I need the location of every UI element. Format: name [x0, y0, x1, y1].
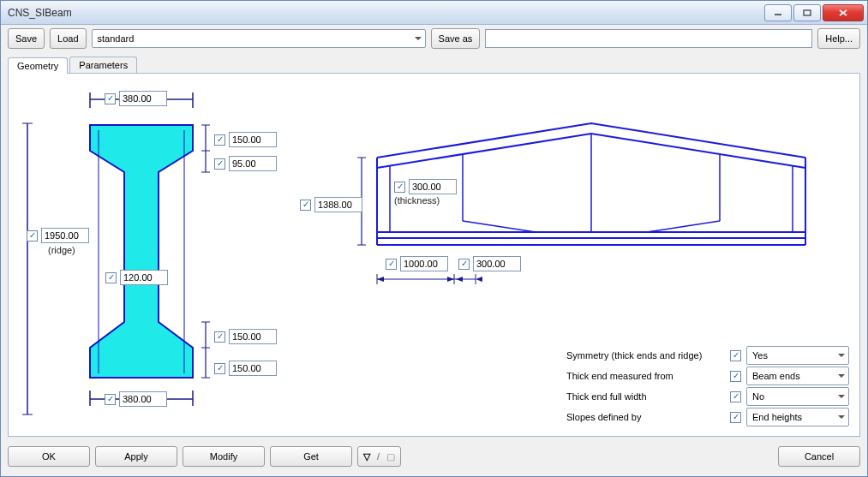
tab-panel-geometry: (ridge)	[8, 73, 860, 437]
height-dim-line	[19, 115, 36, 423]
svg-line-30	[463, 221, 536, 232]
input-span2[interactable]	[473, 256, 521, 271]
minimize-button[interactable]	[764, 4, 792, 21]
app-window: CNS_SIBeam Save Load standard Save as He…	[0, 0, 868, 477]
dim-top-width	[105, 91, 167, 106]
label-thickness: (thickness)	[394, 195, 440, 206]
input-elev-height[interactable]	[314, 197, 362, 212]
dim-span1	[386, 256, 448, 271]
input-top-width[interactable]	[119, 91, 167, 106]
chk-thickness[interactable]	[394, 182, 405, 193]
chk-bottom-width[interactable]	[105, 394, 116, 405]
label-symmetry: Symmetry (thick ends and ridge)	[566, 350, 730, 361]
chk-total-height[interactable]	[27, 230, 38, 241]
combo-symmetry[interactable]: Yes	[746, 346, 849, 365]
opt-thick-from: Thick end measured from Beam ends	[566, 366, 849, 386]
bottom-bar: OK Apply Modify Get ▽ / ▢ Cancel	[1, 437, 867, 476]
chk-top-flange-1[interactable]	[214, 134, 225, 146]
chk-top-flange-2[interactable]	[214, 158, 225, 170]
window-controls	[763, 4, 864, 21]
dim-bot-flange-1	[214, 329, 277, 344]
toolbar: Save Load standard Save as Help...	[1, 25, 867, 52]
preset-combo[interactable]: standard	[92, 29, 426, 48]
chk-symmetry[interactable]	[730, 350, 741, 361]
dim-top-flange-2	[214, 156, 277, 171]
save-as-button[interactable]: Save as	[431, 28, 481, 49]
save-button[interactable]: Save	[8, 28, 45, 49]
dim-web-width	[105, 270, 168, 285]
dim-thickness	[394, 179, 457, 194]
toggle-filter[interactable]: ▽ / ▢	[357, 446, 401, 467]
cancel-button[interactable]: Cancel	[778, 446, 860, 467]
dim-total-height	[27, 228, 89, 243]
chk-thick-full[interactable]	[730, 391, 741, 402]
combo-thick-from[interactable]: Beam ends	[746, 367, 849, 385]
input-span1[interactable]	[400, 256, 448, 271]
maximize-button[interactable]	[793, 4, 821, 21]
combo-thick-full[interactable]: No	[746, 387, 849, 406]
chk-web-width[interactable]	[105, 272, 117, 283]
input-thickness[interactable]	[409, 179, 457, 194]
chk-span2[interactable]	[458, 259, 470, 270]
opt-slopes: Slopes defined by End heights	[566, 407, 849, 427]
tab-container: Geometry Parameters	[8, 54, 860, 437]
elevation-diagram	[351, 108, 814, 331]
input-total-height[interactable]	[41, 228, 89, 243]
svg-marker-45	[476, 277, 482, 282]
tab-parameters[interactable]: Parameters	[69, 57, 137, 73]
chk-bot-flange-1[interactable]	[214, 331, 225, 343]
opt-symmetry: Symmetry (thick ends and ridge) Yes	[566, 345, 849, 366]
chk-span1[interactable]	[386, 259, 397, 270]
input-top-flange-2[interactable]	[229, 156, 277, 171]
help-button[interactable]: Help...	[817, 28, 860, 49]
titlebar: CNS_SIBeam	[1, 1, 867, 25]
chk-slopes[interactable]	[730, 412, 741, 423]
svg-marker-42	[377, 277, 384, 282]
close-button[interactable]	[823, 4, 864, 21]
dim-top-flange-1	[214, 132, 277, 147]
svg-rect-1	[804, 10, 811, 15]
dim-bot-flange-2	[214, 361, 277, 376]
load-button[interactable]: Load	[50, 28, 86, 49]
chk-top-width[interactable]	[105, 93, 116, 104]
combo-slopes[interactable]: End heights	[746, 408, 849, 426]
label-slopes: Slopes defined by	[566, 412, 730, 422]
svg-line-33	[647, 221, 720, 232]
label-thick-from: Thick end measured from	[566, 371, 730, 381]
input-web-width[interactable]	[120, 270, 168, 285]
opt-thick-full: Thick end full width No	[566, 386, 849, 407]
options-panel: Symmetry (thick ends and ridge) Yes Thic…	[566, 345, 849, 427]
svg-marker-43	[447, 277, 454, 282]
dim-elev-height	[300, 197, 362, 212]
tab-strip: Geometry Parameters	[8, 54, 860, 73]
label-thick-full: Thick end full width	[566, 391, 730, 402]
chk-bot-flange-2[interactable]	[214, 363, 225, 374]
input-top-flange-1[interactable]	[229, 132, 277, 147]
label-ridge: (ridge)	[48, 245, 75, 255]
input-bot-flange-2[interactable]	[229, 361, 277, 376]
dim-bottom-width	[105, 391, 167, 407]
get-button[interactable]: Get	[270, 446, 352, 467]
modify-button[interactable]: Modify	[183, 446, 265, 467]
window-title: CNS_SIBeam	[8, 7, 763, 19]
ok-button[interactable]: OK	[8, 446, 90, 467]
tab-geometry[interactable]: Geometry	[8, 57, 68, 74]
input-bottom-width[interactable]	[119, 391, 167, 407]
input-bot-flange-1[interactable]	[229, 329, 277, 344]
chk-elev-height[interactable]	[300, 200, 311, 211]
preset-combo-value: standard	[98, 33, 135, 44]
save-as-name-input[interactable]	[485, 29, 812, 48]
svg-marker-44	[456, 277, 463, 282]
apply-button[interactable]: Apply	[95, 446, 177, 467]
dim-span2	[458, 256, 521, 271]
chk-thick-from[interactable]	[730, 371, 741, 382]
